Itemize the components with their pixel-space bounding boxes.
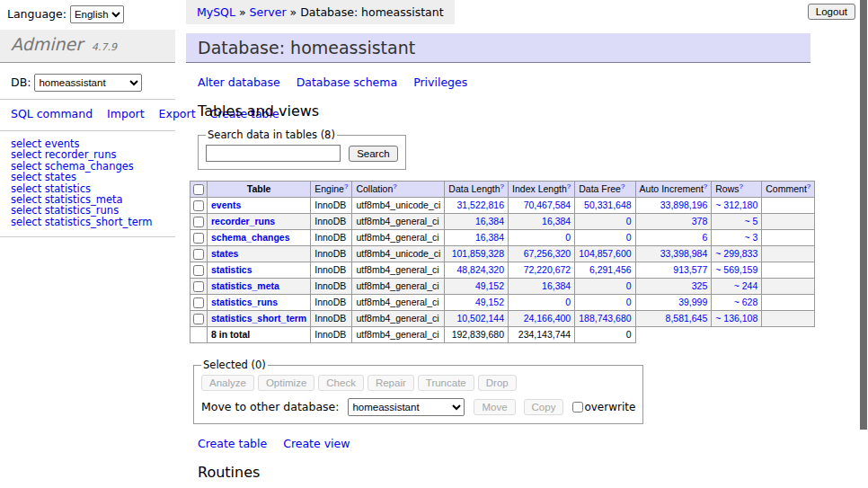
copy-button[interactable]: Copy — [524, 399, 564, 415]
data-free-link[interactable]: 0 — [626, 232, 632, 243]
row-checkbox[interactable] — [193, 217, 204, 227]
auto-increment-link[interactable]: 39,999 — [678, 297, 707, 307]
table-link-schema-changes[interactable]: schema_changes — [211, 232, 290, 243]
sidebar-link-sql-command[interactable]: SQL command — [11, 107, 93, 120]
search-legend: Search data in tables (8) — [206, 129, 337, 141]
auto-increment-link[interactable]: 6 — [702, 232, 707, 243]
table-link-statistics-short-term[interactable]: statistics_short_term — [211, 313, 306, 324]
row-checkbox[interactable] — [193, 200, 204, 211]
index-length-link[interactable]: 16,384 — [542, 280, 571, 291]
move-button[interactable]: Move — [474, 399, 515, 415]
logout-button[interactable]: Logout — [808, 4, 855, 20]
help-link[interactable]: ? — [344, 182, 348, 191]
rows-link[interactable]: ~ 244 — [734, 280, 758, 291]
help-link[interactable]: ? — [807, 182, 810, 191]
rows-link[interactable]: ~ 569,159 — [715, 264, 757, 275]
auto-increment-link[interactable]: 8,581,645 — [666, 313, 708, 324]
language-label: Language: — [7, 7, 66, 21]
optimize-button[interactable]: Optimize — [258, 375, 314, 391]
help-link[interactable]: ? — [500, 182, 504, 191]
data-length-link[interactable]: 101,859,328 — [452, 248, 504, 259]
index-length-link[interactable]: 0 — [565, 297, 571, 307]
move-database-select[interactable]: homeassistant — [348, 398, 465, 416]
comment-cell — [762, 198, 815, 214]
breadcrumb-link-server[interactable]: Server — [250, 5, 287, 19]
overwrite-checkbox[interactable] — [572, 402, 583, 413]
row-checkbox[interactable] — [193, 281, 204, 292]
rows-link[interactable]: ~ 628 — [734, 297, 758, 307]
rows-link[interactable]: ~ 136,108 — [715, 313, 757, 324]
comment-cell — [762, 230, 815, 246]
table-link-statistics[interactable]: statistics — [211, 264, 252, 275]
db-select[interactable]: homeassistant — [34, 74, 142, 92]
index-length-link[interactable]: 16,384 — [542, 216, 571, 226]
row-checkbox[interactable] — [193, 314, 204, 324]
language-select[interactable]: English — [70, 5, 124, 23]
table-link-recorder-runs[interactable]: recorder_runs — [211, 216, 275, 226]
help-link[interactable]: ? — [740, 182, 743, 191]
link-privileges[interactable]: Privileges — [413, 75, 467, 89]
data-length-link[interactable]: 49,152 — [475, 297, 504, 307]
check-button[interactable]: Check — [318, 375, 364, 391]
help-link[interactable]: ? — [393, 182, 396, 191]
scrollbar-thumb[interactable] — [860, 0, 867, 430]
index-length-link[interactable]: 67,256,320 — [524, 248, 571, 259]
table-link-statistics-runs[interactable]: statistics_runs — [211, 297, 278, 307]
data-free-link[interactable]: 0 — [626, 280, 632, 291]
sidebar-link-select-recorder-runs[interactable]: select recorder_runs — [11, 149, 164, 160]
link-create-table[interactable]: Create table — [198, 437, 267, 450]
rows-link[interactable]: ~ 5 — [744, 216, 757, 226]
auto-increment-link[interactable]: 325 — [692, 280, 708, 291]
data-length-link[interactable]: 49,152 — [475, 280, 504, 291]
rows-link[interactable]: ~ 3 — [744, 232, 757, 243]
index-length-link[interactable]: 70,467,584 — [524, 200, 571, 210]
data-length-link[interactable]: 16,384 — [475, 232, 504, 243]
auto-increment-link[interactable]: 33,898,196 — [660, 200, 708, 210]
link-alter-database[interactable]: Alter database — [198, 75, 280, 89]
link-database-schema[interactable]: Database schema — [297, 75, 397, 89]
select-all-checkbox[interactable] — [193, 184, 204, 195]
index-length-link[interactable]: 0 — [565, 232, 571, 243]
auto-increment-link[interactable]: 33,398,984 — [660, 248, 708, 259]
help-link[interactable]: ? — [567, 182, 571, 191]
data-length-link[interactable]: 48,824,320 — [456, 264, 504, 275]
table-link-statistics-meta[interactable]: statistics_meta — [211, 280, 279, 291]
row-checkbox[interactable] — [193, 249, 204, 260]
data-length-link[interactable]: 10,502,144 — [456, 313, 504, 324]
breadcrumb-link-mysql[interactable]: MySQL — [197, 5, 235, 19]
row-checkbox[interactable] — [193, 297, 204, 308]
search-button[interactable]: Search — [349, 146, 397, 162]
help-link[interactable]: ? — [704, 182, 707, 191]
data-free-link[interactable]: 104,857,600 — [579, 248, 631, 259]
table-link-states[interactable]: states — [211, 248, 238, 259]
sidebar-link-select-statistics-short-term[interactable]: select statistics_short_term — [11, 217, 164, 227]
row-checkbox[interactable] — [193, 233, 204, 244]
data-free-link[interactable]: 0 — [626, 297, 632, 307]
data-free-link[interactable]: 6,291,456 — [589, 264, 632, 275]
truncate-button[interactable]: Truncate — [418, 375, 474, 391]
help-link[interactable]: ? — [621, 182, 624, 191]
data-length-link[interactable]: 31,522,816 — [456, 200, 504, 210]
table-link-events[interactable]: events — [211, 200, 241, 210]
auto-increment-link[interactable]: 913,577 — [673, 264, 707, 275]
row-checkbox[interactable] — [193, 265, 204, 276]
data-free-link[interactable]: 0 — [626, 216, 632, 226]
rows-link[interactable]: ~ 312,180 — [715, 200, 757, 210]
analyze-button[interactable]: Analyze — [201, 375, 254, 391]
repair-button[interactable]: Repair — [368, 375, 414, 391]
index-length-link[interactable]: 72,220,672 — [524, 264, 571, 275]
rows-link[interactable]: ~ 299,833 — [715, 248, 757, 259]
auto-increment-link[interactable]: 378 — [692, 216, 708, 226]
sidebar-link-select-statistics-runs[interactable]: select statistics_runs — [11, 205, 164, 216]
data-length-link[interactable]: 16,384 — [475, 216, 504, 226]
data-free-link[interactable]: 50,331,648 — [584, 200, 632, 210]
sidebar-link-select-states[interactable]: select states — [11, 172, 164, 182]
search-input[interactable] — [206, 145, 341, 162]
sidebar-link-import[interactable]: Import — [107, 107, 145, 120]
link-create-view[interactable]: Create view — [283, 437, 350, 450]
total-engine: InnoDB — [311, 327, 352, 343]
adminer-app: Language:English Logout MySQL»Server»Dat… — [0, 0, 868, 488]
data-free-link[interactable]: 188,743,680 — [579, 313, 631, 324]
drop-button[interactable]: Drop — [478, 375, 517, 391]
index-length-link[interactable]: 24,166,400 — [524, 313, 571, 324]
